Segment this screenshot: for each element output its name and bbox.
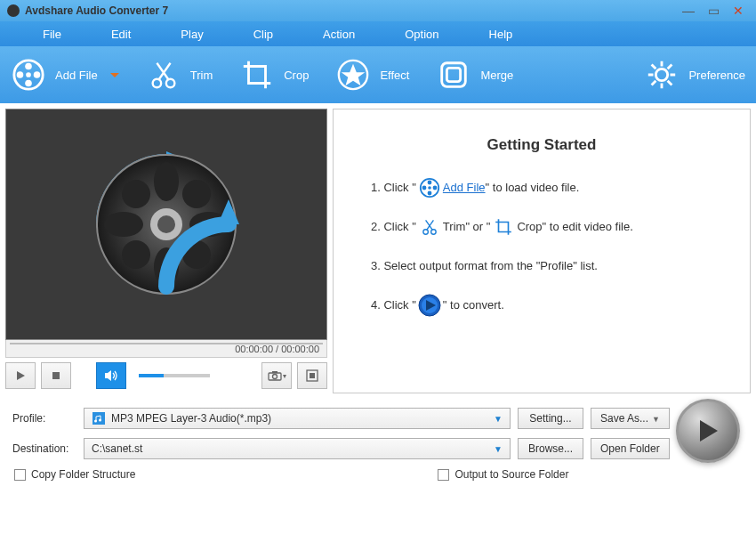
placeholder-reel-icon (77, 135, 255, 313)
menu-clip[interactable]: Clip (229, 28, 298, 41)
svg-rect-10 (447, 68, 461, 81)
menu-file[interactable]: File (18, 28, 86, 41)
merge-label: Merge (480, 69, 513, 82)
svg-point-36 (428, 186, 431, 190)
menu-help[interactable]: Help (464, 28, 538, 41)
checkbox-icon (14, 469, 26, 481)
info-step-4: 4. Click " " to convert. (371, 293, 712, 318)
svg-point-34 (427, 191, 431, 196)
svg-rect-28 (272, 371, 277, 373)
svg-point-1 (25, 63, 32, 70)
titlebar: Avdshare Audio Converter 7 — ▭ ✕ (0, 0, 756, 21)
stop-button[interactable] (41, 362, 71, 389)
output-to-source-checkbox[interactable]: Output to Source Folder (438, 468, 568, 481)
svg-point-42 (94, 420, 97, 423)
menu-edit[interactable]: Edit (86, 28, 156, 41)
add-file-button[interactable]: Add File (11, 57, 119, 93)
crop-icon (239, 57, 275, 93)
svg-rect-30 (310, 373, 315, 378)
snapshot-button[interactable]: ▾ (261, 362, 292, 389)
star-icon (335, 57, 371, 93)
time-display: 00:00:00 / 00:00:00 (235, 344, 319, 354)
menu-action[interactable]: Action (298, 28, 380, 41)
time-bar: 00:00:00 / 00:00:00 (5, 340, 327, 358)
destination-row: Destination: C:\sanet.st ▼ Browse... Ope… (12, 438, 744, 459)
trim-button[interactable]: Trim (146, 57, 213, 93)
svg-point-22 (122, 240, 150, 269)
svg-point-11 (656, 69, 668, 80)
svg-point-20 (122, 180, 150, 208)
checkbox-icon (438, 469, 449, 481)
film-reel-icon (11, 57, 46, 93)
getting-started-panel: Getting Started 1. Click " Add File " to… (333, 109, 751, 393)
info-title: Getting Started (371, 136, 712, 154)
svg-point-37 (423, 230, 429, 235)
toolbar: Add File Trim Crop Effect Merge Preferen… (0, 46, 756, 103)
svg-point-38 (431, 230, 437, 235)
svg-point-18 (104, 212, 143, 237)
menubar: File Edit Play Clip Action Option Help (0, 21, 756, 46)
svg-point-27 (272, 375, 277, 379)
fullscreen-button[interactable] (297, 362, 327, 389)
effect-button[interactable]: Effect (335, 57, 409, 93)
info-step-1: 1. Click " Add File " to load video file… (371, 175, 712, 200)
svg-rect-9 (442, 63, 466, 87)
merge-icon (436, 57, 471, 93)
menu-play[interactable]: Play (156, 28, 228, 41)
svg-point-32 (427, 181, 431, 185)
svg-rect-25 (52, 372, 60, 379)
svg-point-33 (432, 186, 437, 190)
svg-point-3 (25, 80, 32, 87)
volume-button[interactable] (96, 362, 126, 389)
film-reel-icon (418, 176, 441, 199)
svg-point-6 (152, 79, 161, 88)
svg-point-21 (182, 180, 211, 208)
close-button[interactable]: ✕ (728, 3, 749, 19)
add-file-label: Add File (55, 69, 98, 82)
svg-point-16 (154, 162, 179, 201)
preference-label: Preference (688, 69, 745, 82)
svg-point-35 (422, 186, 426, 190)
dropdown-arrow-icon (110, 73, 119, 77)
trim-label: Trim (190, 69, 213, 82)
svg-point-2 (34, 71, 41, 78)
bottom-panel: Profile: MP3 MPEG Layer-3 Audio(*.mp3) ▼… (0, 399, 756, 490)
chevron-down-icon: ▼ (494, 414, 503, 424)
maximize-button[interactable]: ▭ (703, 3, 724, 19)
menu-option[interactable]: Option (380, 28, 463, 41)
merge-button[interactable]: Merge (436, 57, 513, 93)
convert-icon (418, 294, 441, 317)
volume-slider[interactable] (139, 374, 210, 377)
minimize-button[interactable]: — (678, 3, 699, 19)
destination-dropdown[interactable]: C:\sanet.st ▼ (84, 438, 511, 459)
svg-point-15 (157, 215, 175, 233)
crop-icon (492, 215, 515, 239)
svg-point-43 (99, 419, 101, 422)
crop-button[interactable]: Crop (239, 57, 309, 93)
scissors-icon (146, 57, 181, 93)
copy-folder-structure-checkbox[interactable]: Copy Folder Structure (14, 468, 135, 481)
app-icon (7, 4, 20, 17)
browse-button[interactable]: Browse... (518, 438, 583, 459)
save-as-button[interactable]: Save As...▼ (591, 408, 670, 429)
window-title: Avdshare Audio Converter 7 (25, 4, 674, 17)
info-step-2: 2. Click " Trim " or " Crop " to edit vi… (371, 215, 712, 239)
video-preview (5, 109, 327, 340)
play-button[interactable] (5, 362, 36, 389)
player-controls: ▾ (5, 358, 327, 393)
destination-value: C:\sanet.st (92, 442, 142, 455)
profile-row: Profile: MP3 MPEG Layer-3 Audio(*.mp3) ▼… (12, 408, 744, 429)
chevron-down-icon: ▼ (494, 444, 503, 454)
open-folder-button[interactable]: Open Folder (591, 438, 670, 459)
svg-rect-41 (92, 412, 105, 425)
convert-button[interactable] (676, 399, 740, 463)
setting-button[interactable]: Setting... (518, 408, 583, 429)
profile-dropdown[interactable]: MP3 MPEG Layer-3 Audio(*.mp3) ▼ (84, 408, 511, 429)
scissors-icon (418, 215, 441, 239)
preference-button[interactable]: Preference (644, 57, 745, 93)
add-file-link[interactable]: Add File (443, 175, 486, 200)
profile-label: Profile: (12, 412, 76, 425)
progress-track[interactable] (10, 343, 323, 344)
preview-panel: 00:00:00 / 00:00:00 ▾ (5, 109, 327, 393)
destination-label: Destination: (12, 442, 76, 455)
